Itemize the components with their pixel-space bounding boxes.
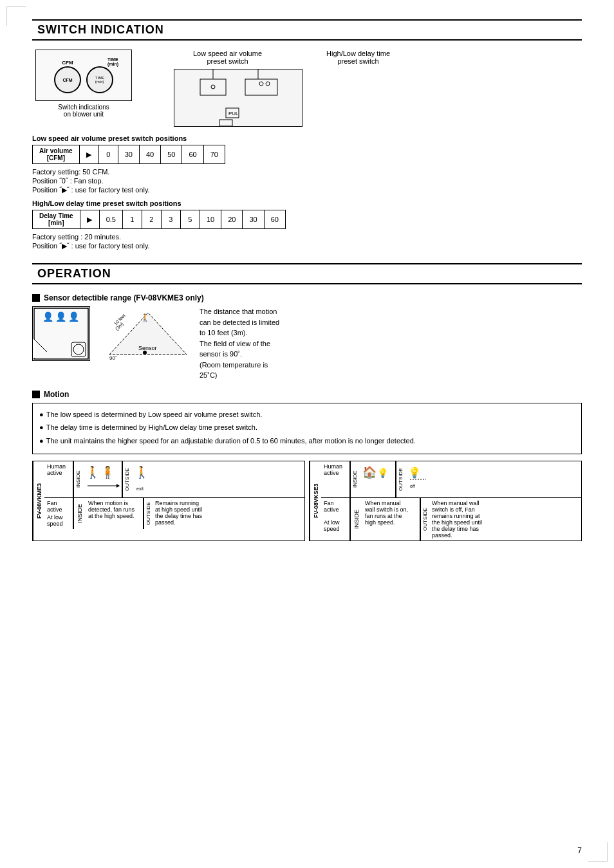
svg-text:Sensor: Sensor <box>138 345 157 351</box>
av-val-4: 40 <box>139 145 160 164</box>
position-0-note: Position ˝0˝ : Fan stop. <box>32 177 582 185</box>
left-when-motion-desc: When motion isdetected, fan runsat the h… <box>86 498 144 529</box>
motion-heading-square <box>32 391 40 398</box>
sensor-heading-text: Sensor detectible range (FV-08VKME3 only… <box>44 293 204 302</box>
air-volume-table: Air volume[CFM] ▶ 0 30 40 50 60 70 <box>32 145 225 164</box>
room-svg: 👤 👤 👤 <box>33 307 89 360</box>
dt-val-7: 10 <box>200 210 221 229</box>
dt-val-1: ▶ <box>80 210 99 229</box>
left-human-active: Humanactive <box>44 461 73 497</box>
motion-heading-text: Motion <box>44 390 69 399</box>
left-fan-active: Fan active At lowspeed <box>44 498 73 529</box>
left-fan-label: Fan active <box>47 500 62 513</box>
right-table-content: Humanactive INSIDE 🏠 💡 OUTSIDE 💡 <box>321 461 581 540</box>
svg-text:off: off <box>410 484 415 488</box>
svg-text:💡: 💡 <box>377 468 389 479</box>
right-fan-active: Fan activeAt lowspeed <box>321 498 350 540</box>
av-val-2: 0 <box>98 145 118 164</box>
right-outside-label2: OUTSIDE <box>420 498 429 540</box>
switch-right-area: Low speed air volumepreset switch High/L… <box>174 50 390 127</box>
time-label: TIME(min) <box>107 57 118 66</box>
right-inside-svg: 🏠 💡 <box>361 463 393 495</box>
motion-bullet-1-text: The low speed is determined by Low speed… <box>46 409 263 421</box>
svg-text:🚶: 🚶 <box>140 313 150 322</box>
air-volume-header: Air volume[CFM] <box>33 145 80 164</box>
left-inside-icons: 🚶 🧍 <box>82 461 122 497</box>
left-inside-label: INSIDE <box>73 461 82 497</box>
sensor-heading: Sensor detectible range (FV-08VKME3 only… <box>32 293 582 302</box>
cfm-label: CFM <box>62 60 73 66</box>
sensor-triangle: Sensor 90˚ 10 feet (3m) 🚶 <box>103 306 187 361</box>
factory-setting-cfm: Factory setting: 50 CFM. <box>32 168 582 176</box>
page-border-br <box>588 842 608 862</box>
dt-val-5: 3 <box>161 210 180 229</box>
sensor-svg: Sensor 90˚ 10 feet (3m) 🚶 <box>103 306 187 361</box>
dial-container: CFM CFM TIME(min) TIME(min) <box>50 53 117 97</box>
svg-rect-2 <box>200 79 226 95</box>
right-inside-icons: 🏠 💡 <box>359 461 396 497</box>
svg-text:👤: 👤 <box>42 311 54 322</box>
air-volume-preset-label: Low speed air volume preset switch posit… <box>32 134 582 142</box>
dt-val-3: 1 <box>122 210 142 229</box>
motion-bullet-1: ● The low speed is determined by Low spe… <box>39 409 575 421</box>
right-outside-icon: 💡 off <box>405 461 431 497</box>
delay-table: Delay Time[min] ▶ 0.5 1 2 3 5 10 20 30 6… <box>32 210 286 229</box>
svg-text:🏠: 🏠 <box>362 465 377 479</box>
right-human-active: Humanactive <box>321 461 350 497</box>
delay-header: Delay Time[min] <box>33 210 80 229</box>
left-row1: Humanactive INSIDE 🚶 🧍 <box>44 461 304 498</box>
left-op-table: FV-08VKME3 Humanactive INSIDE <box>32 461 305 541</box>
right-inside-label: INSIDE <box>350 461 359 497</box>
motion-bullet-2-text: The delay time is determined by High/Low… <box>46 421 257 434</box>
switch-labels-row: Low speed air volumepreset switch High/L… <box>193 50 390 65</box>
left-remains-desc: Remains runningat high speed untilthe de… <box>153 498 205 529</box>
av-val-1: ▶ <box>79 145 98 164</box>
svg-rect-9 <box>219 120 232 126</box>
bottom-tables: FV-08VKME3 Humanactive INSIDE <box>32 461 582 541</box>
pcb-box: PUL <box>174 69 302 127</box>
svg-point-17 <box>73 344 84 355</box>
dt-val-10: 60 <box>264 210 285 229</box>
svg-text:🧍: 🧍 <box>100 465 115 479</box>
right-model-label: FV-08VKSE3 <box>310 461 321 540</box>
dt-val-2: 0.5 <box>99 210 122 229</box>
outside-icon-svg: 🚶 exit <box>133 463 156 495</box>
right-wall-switch-on-desc: When manualwall switch is on,fan runs at… <box>362 498 420 540</box>
operation-title: OPERATION <box>32 263 582 284</box>
right-row1: Humanactive INSIDE 🏠 💡 OUTSIDE 💡 <box>321 461 581 498</box>
motion-bullet-2: ● The delay time is determined by High/L… <box>39 421 575 434</box>
svg-marker-28 <box>116 484 120 488</box>
left-outside-label2: OUTSIDE <box>144 498 153 529</box>
motion-box: ● The low speed is determined by Low spe… <box>32 403 582 454</box>
page-number: 7 <box>577 846 582 855</box>
svg-text:👤: 👤 <box>68 311 80 322</box>
motion-bullet-3: ● The unit maintains the higher speed fo… <box>39 435 575 447</box>
svg-text:👤: 👤 <box>55 311 67 322</box>
av-val-7: 70 <box>203 145 225 164</box>
dt-val-9: 30 <box>243 210 264 229</box>
svg-text:exit: exit <box>136 486 144 491</box>
left-outside-icon: 🚶 exit <box>131 461 158 497</box>
dt-val-4: 2 <box>142 210 161 229</box>
cfm-dial: CFM CFM <box>54 66 81 93</box>
right-inside-label2: INSIDE <box>350 498 362 540</box>
left-at-low: At lowspeed <box>47 514 70 527</box>
svg-text:PUL: PUL <box>228 111 239 116</box>
dt-val-8: 20 <box>221 210 243 229</box>
position-tri-note2: Position ˝▶˝ : use for factory test only… <box>32 242 582 250</box>
svg-text:90˚: 90˚ <box>109 355 117 361</box>
svg-text:💡: 💡 <box>408 466 421 479</box>
av-val-6: 60 <box>182 145 203 164</box>
right-op-table: FV-08VKSE3 Humanactive INSIDE 🏠 💡 OUTSID… <box>309 461 582 541</box>
left-human-label: Humanactive <box>47 463 70 476</box>
right-row2: Fan activeAt lowspeed INSIDE When manual… <box>321 498 581 540</box>
blower-label: Switch indicationson blower unit <box>58 104 109 118</box>
high-low-delay-label: High/Low delay timepreset switch <box>326 50 390 65</box>
left-inside-label2: INSIDE <box>73 498 86 529</box>
svg-text:🚶: 🚶 <box>135 465 149 479</box>
svg-text:🚶: 🚶 <box>86 465 100 479</box>
low-speed-label: Low speed air volumepreset switch <box>193 50 262 65</box>
blower-box: CFM CFM TIME(min) TIME(min) <box>35 50 132 101</box>
left-table-inner: FV-08VKME3 Humanactive INSIDE <box>33 461 304 540</box>
motion-heading: Motion <box>32 390 582 399</box>
